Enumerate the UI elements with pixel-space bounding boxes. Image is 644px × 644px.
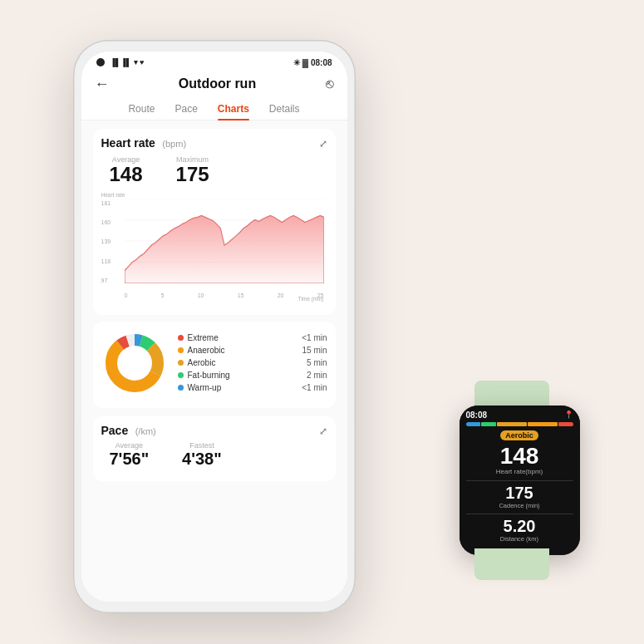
app-header: ← Outdoor run ⎋	[81, 71, 347, 98]
watch-hr-label: Heart rate(bpm)	[466, 468, 573, 475]
donut-chart	[101, 330, 168, 400]
warm-up-time: <1 min	[302, 383, 327, 392]
status-right: ✳ ▓ 08:08	[293, 58, 332, 67]
watch-zone-badge: Aerobic	[500, 430, 538, 440]
watch-cadence-value: 175	[466, 484, 573, 502]
tab-details[interactable]: Details	[259, 98, 310, 120]
zone-section: Extreme <1 min Anaerobic 15 min	[93, 322, 336, 408]
aerobic-label: Aerobic	[188, 358, 216, 367]
pace-average-stat: Average 7'56"	[110, 441, 150, 468]
aerobic-time: 5 min	[307, 358, 327, 367]
heart-rate-title: Heart rate	[101, 136, 155, 150]
status-time: 08:08	[311, 58, 332, 67]
expand-icon[interactable]: ⤢	[319, 138, 327, 150]
anaerobic-time: 15 min	[302, 346, 327, 355]
hr-bar-anaerobic	[528, 422, 558, 426]
x-20: 20	[278, 293, 284, 298]
warm-up-dot	[178, 385, 184, 391]
watch-hr-bar	[466, 422, 573, 426]
watch-strap-bottom	[474, 548, 549, 580]
fat-burning-dot	[178, 372, 184, 378]
back-button[interactable]: ←	[95, 76, 110, 93]
y-axis-label: Heart rate	[101, 192, 125, 198]
chart-y-labels: 181 160 139 118 97	[101, 200, 111, 283]
legend-anaerobic: Anaerobic 15 min	[178, 346, 327, 355]
x-0: 0	[125, 293, 128, 298]
watch-hr-value: 148	[466, 445, 573, 468]
x-10: 10	[198, 293, 204, 298]
watch-location-icon: 📍	[564, 410, 573, 419]
zone-legend: Extreme <1 min Anaerobic 15 min	[178, 333, 327, 396]
phone-screen: ▐▌▐▌ ▾ ♥ ✳ ▓ 08:08 ← Outdoor run ⎋ Route…	[81, 52, 347, 602]
legend-aerobic: Aerobic 5 min	[178, 358, 327, 367]
pace-average-value: 7'56"	[110, 450, 150, 468]
pace-unit: (/km)	[135, 426, 156, 436]
x-5: 5	[161, 293, 165, 298]
pace-header: Pace (/km) ⤢	[101, 423, 327, 438]
pace-stats-row: Average 7'56" Fastest 4'38"	[101, 441, 327, 468]
legend-warm-up: Warm-up <1 min	[178, 383, 327, 392]
y-label-118: 118	[101, 258, 111, 264]
hr-bar-extreme	[558, 422, 573, 426]
y-label-97: 97	[101, 278, 111, 283]
watch-heart-rate: 148 Heart rate(bpm)	[466, 445, 573, 475]
x-axis-label: Time (min)	[298, 296, 324, 302]
share-button[interactable]: ⎋	[326, 76, 334, 91]
aerobic-dot	[178, 360, 184, 366]
signal-icons: ▐▌▐▌ ▾ ♥	[111, 58, 145, 66]
page-title: Outdoor run	[179, 76, 256, 91]
phone: ▐▌▐▌ ▾ ♥ ✳ ▓ 08:08 ← Outdoor run ⎋ Route…	[73, 40, 356, 613]
watch-divider-1	[466, 480, 573, 481]
average-value: 148	[110, 163, 143, 185]
chart-x-labels: 0 5 10 15 20 25	[125, 293, 324, 298]
hr-bar-warmup	[466, 422, 481, 426]
average-stat: Average 148	[110, 155, 143, 185]
anaerobic-dot	[178, 347, 184, 353]
maximum-stat: Maximum 175	[176, 155, 209, 185]
svg-point-11	[119, 347, 150, 379]
watch-distance-value: 5.20	[466, 517, 573, 535]
tab-bar: Route Pace Charts Details	[81, 98, 347, 120]
pace-fastest-value: 4'38"	[182, 450, 222, 468]
watch-cadence-label: Cadence (min)	[466, 502, 573, 509]
bluetooth-icon: ✳	[293, 58, 300, 67]
extreme-label: Extreme	[188, 333, 219, 342]
status-bar: ▐▌▐▌ ▾ ♥ ✳ ▓ 08:08	[81, 52, 347, 71]
watch-time: 08:08	[466, 410, 488, 420]
legend-fat-burning: Fat-burning 2 min	[178, 371, 327, 380]
hr-bar-aerobic	[497, 422, 527, 426]
tab-pace[interactable]: Pace	[165, 98, 207, 120]
anaerobic-label: Anaerobic	[188, 346, 225, 355]
pace-expand-icon[interactable]: ⤢	[319, 425, 327, 437]
screen-content: Heart rate (bpm) ⤢ Average 148 Maximum 1…	[81, 120, 347, 602]
smartwatch: 08:08 📍 Aerobic 148	[451, 381, 588, 580]
heart-rate-unit: (bpm)	[162, 139, 186, 149]
chart-svg-area	[125, 199, 324, 283]
stats-row: Average 148 Maximum 175	[101, 155, 327, 185]
heart-rate-chart: Heart rate 181 160 139 118 97	[101, 192, 327, 300]
x-15: 15	[238, 293, 244, 298]
pace-fastest-label: Fastest	[182, 441, 222, 450]
pace-fastest-stat: Fastest 4'38"	[182, 441, 222, 468]
y-label-160: 160	[101, 219, 111, 225]
extreme-time: <1 min	[302, 333, 327, 342]
tab-charts[interactable]: Charts	[208, 98, 259, 120]
warm-up-label: Warm-up	[188, 383, 222, 392]
watch-screen: 08:08 📍 Aerobic 148	[460, 406, 580, 555]
heart-rate-section: Heart rate (bpm) ⤢ Average 148 Maximum 1…	[93, 129, 336, 315]
watch-divider-2	[466, 514, 573, 514]
pace-average-label: Average	[110, 441, 150, 450]
watch-cadence: 175 Cadence (min)	[466, 484, 573, 509]
fat-burning-time: 2 min	[307, 371, 327, 380]
y-label-181: 181	[101, 200, 111, 206]
watch-body: 08:08 📍 Aerobic 148	[460, 406, 580, 555]
tab-route[interactable]: Route	[118, 98, 165, 120]
extreme-dot	[178, 335, 184, 341]
pace-title: Pace	[101, 424, 129, 437]
hr-bar-fatburn	[481, 422, 496, 426]
watch-distance: 5.20 Distance (km)	[466, 517, 573, 543]
scene: ▐▌▐▌ ▾ ♥ ✳ ▓ 08:08 ← Outdoor run ⎋ Route…	[40, 23, 605, 622]
watch-status-bar: 08:08 📍	[466, 410, 573, 420]
maximum-value: 175	[176, 163, 209, 185]
battery-icon: ▓	[302, 58, 308, 67]
